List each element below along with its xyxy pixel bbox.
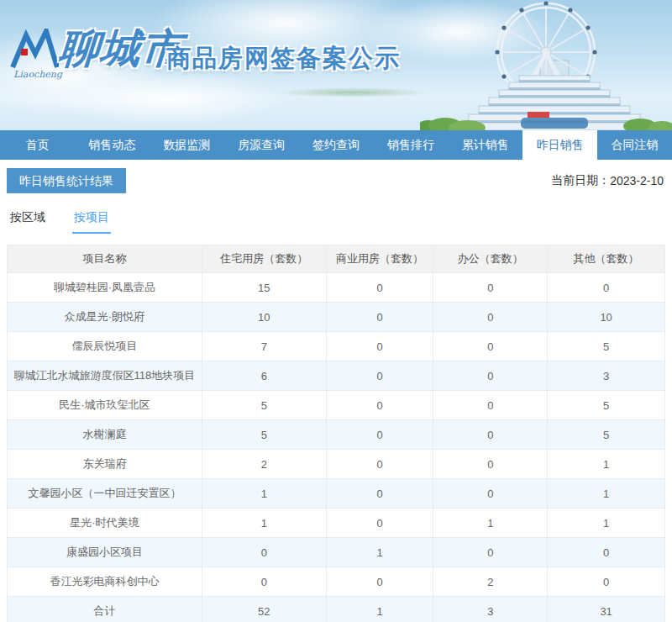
cell: 15 (202, 273, 326, 303)
table-row: 香江光彩电商科创中心0020 (8, 567, 665, 597)
cell: 文馨园小区（一中回迁安置区） (8, 479, 202, 509)
current-date-value: 2023-2-10 (610, 174, 664, 187)
cell: 5 (202, 420, 326, 450)
city-brand-text: 聊城市 (57, 22, 184, 76)
cell: 0 (433, 361, 548, 391)
column-header: 商业用房（套数） (326, 245, 433, 273)
cell: 31 (548, 597, 665, 622)
cell: 1 (326, 597, 433, 622)
nav-item-data-monitor[interactable]: 数据监测 (150, 130, 224, 160)
cell: 0 (433, 450, 548, 479)
column-header: 办公（套数） (433, 245, 548, 273)
shoreline-decoration (277, 87, 428, 98)
cell: 0 (326, 391, 433, 420)
cell: 0 (326, 303, 433, 332)
table-body: 聊城碧桂园·凤凰壹品15000众成星光·朗悦府100010儒辰辰悦项目7005聊… (8, 273, 665, 622)
cell: 0 (433, 391, 548, 420)
sales-table: 项目名称住宅用房（套数）商业用房（套数）办公（套数）其他（套数） 聊城碧桂园·凤… (7, 245, 665, 622)
table-row: 水榭澜庭5005 (8, 420, 665, 450)
cell: 0 (326, 332, 433, 361)
section-title: 昨日销售统计结果 (7, 168, 126, 193)
cell: 香江光彩电商科创中心 (8, 567, 202, 597)
cell: 0 (326, 479, 433, 509)
cell: 0 (433, 420, 548, 450)
cell: 7 (202, 332, 326, 361)
nav-item-signing-query[interactable]: 签约查询 (299, 130, 374, 160)
cell: 星光·时代美境 (8, 509, 202, 538)
table-header-row: 项目名称住宅用房（套数）商业用房（套数）办公（套数）其他（套数） (8, 245, 665, 273)
cell: 0 (326, 420, 433, 450)
nav-item-cumulative-sales[interactable]: 累计销售 (448, 130, 522, 160)
table-row: 聊城碧桂园·凤凰壹品15000 (8, 273, 665, 303)
cell: 0 (326, 567, 433, 597)
cell: 众成星光·朗悦府 (8, 303, 202, 332)
cell: 5 (548, 332, 665, 361)
cloud-decoration (50, 71, 286, 126)
cell: 52 (202, 597, 326, 622)
cell: 10 (548, 303, 665, 332)
subtabs: 按区域按项目 (7, 210, 665, 234)
current-date-label: 当前日期： (551, 173, 610, 187)
section-header: 昨日销售统计结果 当前日期：2023-2-10 (7, 168, 665, 193)
cell: 民生·城市玖玺北区 (8, 391, 202, 420)
cell: 0 (548, 567, 665, 597)
cell: 1 (202, 509, 326, 538)
table-row: 合计521331 (8, 597, 665, 622)
cell: 0 (433, 273, 548, 303)
cell: 东关瑞府 (8, 450, 202, 479)
main-nav: 首页销售动态数据监测房源查询签约查询销售排行累计销售昨日销售合同注销 (0, 130, 672, 160)
subtab-by-project[interactable]: 按项目 (72, 210, 111, 234)
table-row: 聊城江北水城旅游度假区118地块项目6003 (8, 361, 665, 391)
cell: 0 (433, 332, 548, 361)
cell: 0 (548, 538, 665, 567)
cell: 0 (326, 273, 433, 303)
cell: 5 (548, 391, 665, 420)
nav-item-home[interactable]: 首页 (0, 130, 75, 160)
cell: 0 (326, 450, 433, 479)
cell: 儒辰辰悦项目 (8, 332, 202, 361)
ferris-wheel-illustration (420, 0, 672, 130)
cell: 1 (548, 450, 665, 479)
cell: 10 (202, 303, 326, 332)
nav-item-sales-trends[interactable]: 销售动态 (75, 130, 150, 160)
cell: 0 (433, 479, 548, 509)
cell: 6 (202, 361, 326, 391)
cell: 1 (548, 509, 665, 538)
current-date: 当前日期：2023-2-10 (551, 173, 665, 188)
column-header: 住宅用房（套数） (202, 245, 326, 273)
cell: 3 (548, 361, 665, 391)
nav-item-listing-query[interactable]: 房源查询 (224, 130, 299, 160)
nav-item-yesterday-sales[interactable]: 昨日销售 (522, 130, 597, 160)
table-row: 民生·城市玖玺北区5005 (8, 391, 665, 420)
table-row: 东关瑞府2001 (8, 450, 665, 479)
cell: 1 (433, 509, 548, 538)
cell: 水榭澜庭 (8, 420, 202, 450)
cell: 聊城江北水城旅游度假区118地块项目 (8, 361, 202, 391)
table-row: 儒辰辰悦项目7005 (8, 332, 665, 361)
cell: 0 (433, 303, 548, 332)
cell: 0 (326, 509, 433, 538)
cell: 0 (326, 361, 433, 391)
banner-title: 商品房网签备案公示 (166, 42, 401, 76)
nav-item-sales-ranking[interactable]: 销售排行 (373, 130, 448, 160)
table-row: 众成星光·朗悦府100010 (8, 303, 665, 332)
nav-item-contract-cancellation[interactable]: 合同注销 (597, 130, 672, 160)
cell: 康盛园小区项目 (8, 538, 202, 567)
cell: 2 (202, 450, 326, 479)
subtab-by-region[interactable]: 按区域 (8, 210, 47, 234)
cell: 5 (202, 391, 326, 420)
cell: 0 (202, 538, 326, 567)
site-banner: Liaocheng 聊城市 商品房网签备案公示 (0, 0, 672, 130)
cell: 5 (548, 420, 665, 450)
cell: 1 (326, 538, 433, 567)
cell: 1 (202, 479, 326, 509)
table-row: 星光·时代美境1011 (8, 509, 665, 538)
cell: 0 (548, 273, 665, 303)
table-row: 文馨园小区（一中回迁安置区）1001 (8, 479, 665, 509)
cell: 0 (202, 567, 326, 597)
cell: 0 (433, 538, 548, 567)
cell: 合计 (8, 597, 202, 622)
cell: 3 (433, 597, 548, 622)
cell: 2 (433, 567, 548, 597)
cell: 聊城碧桂园·凤凰壹品 (8, 273, 202, 303)
